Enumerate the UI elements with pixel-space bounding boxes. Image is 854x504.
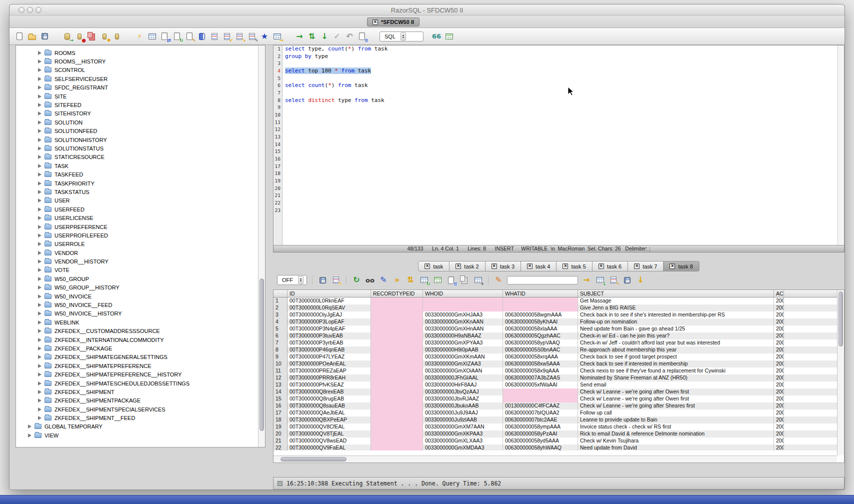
code-line[interactable] bbox=[283, 207, 838, 214]
code-line[interactable] bbox=[283, 156, 838, 163]
table-cell[interactable]: Check nexis to see if they've found a re… bbox=[578, 368, 774, 374]
tree-item[interactable]: ZKFEDEX__INTERNATIONALCOMMODITY bbox=[16, 336, 258, 344]
tree-item[interactable]: SOLUTION bbox=[16, 118, 258, 126]
table-cell[interactable]: 00T3000000P47LYEAZ bbox=[288, 354, 371, 360]
table-cell[interactable]: Check-in w/ Ed - can he join this year? bbox=[578, 332, 774, 340]
results-layout-icon[interactable] bbox=[444, 32, 454, 42]
table-cell[interactable]: 00T3000000P46qnEAB bbox=[288, 346, 371, 354]
tree-item[interactable]: GLOBAL TEMPORARY bbox=[16, 422, 258, 431]
layout-panels-icon[interactable] bbox=[432, 275, 442, 285]
table-cell[interactable]: 200 bbox=[774, 304, 784, 312]
expand-arrow-icon[interactable] bbox=[38, 182, 42, 186]
tree-item[interactable]: ZKFEDEX__SHIPMATEGENERALSETTINGS bbox=[16, 353, 258, 362]
column-list-icon[interactable] bbox=[210, 32, 220, 42]
execute-forward-icon[interactable]: → bbox=[294, 32, 304, 42]
table-cell[interactable]: 00T3000000POeAnEAL bbox=[288, 360, 371, 368]
sql-code-area[interactable]: select type, count(*) from taskgroup by … bbox=[283, 46, 838, 245]
expand-arrow-icon[interactable] bbox=[38, 355, 42, 359]
table-cell[interactable]: 00T3000000QV8TjEAL bbox=[288, 430, 371, 438]
tree-item[interactable]: W50_GROUP bbox=[16, 274, 258, 283]
code-line[interactable]: select count(*) from task bbox=[283, 82, 838, 90]
expand-arrow-icon[interactable] bbox=[38, 303, 42, 307]
table-cell[interactable]: 0033000000GmXHJAA3 bbox=[423, 312, 503, 318]
expand-arrow-icon[interactable] bbox=[38, 60, 42, 64]
table-cell[interactable]: 200 bbox=[774, 382, 784, 388]
table-cell[interactable]: 200 bbox=[774, 410, 784, 416]
code-line[interactable] bbox=[283, 134, 838, 141]
expand-arrow-icon[interactable] bbox=[38, 129, 42, 133]
auto-refresh-select[interactable]: OFF▲▼ bbox=[277, 275, 307, 285]
table-cell[interactable] bbox=[371, 318, 423, 326]
clipboard-doc-icon[interactable]: ≡ bbox=[357, 32, 367, 42]
table-cell[interactable]: 0033000000GmXMDAA3 bbox=[423, 444, 503, 450]
table-cell[interactable]: Invoice status check - check w/ RS first bbox=[578, 424, 774, 430]
expand-arrow-icon[interactable] bbox=[38, 216, 42, 220]
execute-sql-icon[interactable]: ⚡ bbox=[134, 32, 144, 42]
table-cell[interactable] bbox=[371, 354, 423, 360]
result-tab-task-3[interactable]: task 3 bbox=[486, 261, 521, 272]
expand-arrow-icon[interactable] bbox=[38, 312, 42, 316]
execute-all-icon[interactable]: ⇅ bbox=[307, 32, 317, 42]
edit-table-data-icon[interactable]: ✎ bbox=[247, 32, 257, 42]
column-header-ac[interactable]: AC bbox=[774, 290, 784, 297]
editor-scrollbar[interactable] bbox=[838, 46, 844, 245]
table-cell[interactable]: 200 bbox=[774, 360, 784, 368]
expand-arrow-icon[interactable] bbox=[38, 51, 42, 55]
tree-item[interactable]: SITEHISTORY bbox=[16, 110, 258, 118]
table-vscroll-thumb[interactable] bbox=[838, 292, 843, 346]
table-cell[interactable]: 00630000007A3bZAAS bbox=[503, 374, 578, 382]
tree-item[interactable]: ZKFEDEX__PACKAGE bbox=[16, 344, 258, 352]
tree-item[interactable]: ZKFEDEX__SHIPMENTSPECIALSERVICES bbox=[16, 405, 258, 414]
expand-arrow-icon[interactable] bbox=[38, 198, 42, 202]
table-cell[interactable]: 00T3000000QV8wsEAD bbox=[288, 438, 371, 444]
table-cell[interactable] bbox=[371, 438, 423, 444]
table-cell[interactable]: 200 bbox=[774, 368, 784, 374]
favorites-star-icon[interactable]: ★ bbox=[260, 32, 270, 42]
table-cell[interactable]: Rick to email David & reference Delmonte… bbox=[578, 430, 774, 438]
table-cell[interactable]: 0033000000GmXHnAAN bbox=[423, 326, 503, 332]
expand-arrow-icon[interactable] bbox=[38, 164, 42, 168]
table-cell[interactable]: 0033000000GmXKmAAN bbox=[423, 354, 503, 360]
code-line[interactable] bbox=[283, 126, 838, 134]
expand-arrow-icon[interactable] bbox=[38, 68, 42, 72]
table-cell[interactable]: 00630000005S0bnAAC bbox=[503, 346, 578, 354]
sql-editor[interactable]: 1234567891011121314151617181920212223 se… bbox=[273, 45, 844, 246]
result-tab-task-2[interactable]: task 2 bbox=[450, 261, 485, 272]
code-line[interactable] bbox=[283, 170, 838, 178]
expand-arrow-icon[interactable] bbox=[38, 77, 42, 81]
table-cell[interactable]: 006300000058xw5AAA bbox=[503, 360, 578, 368]
tree-item[interactable]: STATICRESOURCE bbox=[16, 153, 258, 162]
highlighter-icon[interactable]: ✎ bbox=[494, 275, 504, 285]
table-cell[interactable] bbox=[371, 368, 423, 374]
tree-item[interactable]: ZKFEDEX__CUSTOMADDRESSSOURCE bbox=[16, 327, 258, 336]
result-tab-task-8[interactable]: task 8 bbox=[664, 261, 699, 272]
insert-record-icon[interactable]: » bbox=[392, 275, 402, 285]
table-cell[interactable] bbox=[371, 416, 423, 424]
table-cell[interactable]: 00T3000000Q8rugEAB bbox=[288, 396, 371, 402]
table-cell[interactable]: 200 bbox=[774, 298, 784, 304]
table-cell[interactable]: 00T3000000PfvKSEAZ bbox=[288, 382, 371, 388]
table-cell[interactable]: 200 bbox=[774, 444, 784, 450]
table-cell[interactable]: 200 bbox=[774, 354, 784, 360]
tree-item[interactable]: SELFSERVICEUSER bbox=[16, 74, 258, 83]
expand-arrow-icon[interactable] bbox=[38, 294, 42, 298]
disconnect-database-icon[interactable]: ● bbox=[74, 32, 84, 42]
table-cell[interactable]: 006300000058yd5AAA bbox=[503, 438, 578, 444]
table-cell[interactable]: 200 bbox=[774, 424, 784, 430]
database-icon[interactable] bbox=[112, 32, 122, 42]
expand-arrow-icon[interactable] bbox=[38, 286, 42, 290]
table-cell[interactable]: 0033000000GmXOiAAN bbox=[423, 368, 503, 374]
table-cell[interactable]: 200 bbox=[774, 430, 784, 438]
table-cell[interactable] bbox=[371, 312, 423, 318]
tree-item[interactable]: SFDC_REGISTRANT bbox=[16, 84, 258, 92]
expand-arrow-icon[interactable] bbox=[38, 260, 42, 264]
table-cell[interactable]: 00T3000000QV8CfEAL bbox=[288, 424, 371, 430]
tree-item[interactable]: W50_INVOICE bbox=[16, 292, 258, 300]
tree-item[interactable]: VOTE bbox=[16, 266, 258, 274]
table-cell[interactable]: 0033000000GmXM7AAN bbox=[423, 424, 503, 430]
table-horizontal-scrollbar[interactable] bbox=[274, 456, 837, 462]
connect-database-icon[interactable]: → bbox=[62, 32, 72, 42]
expand-arrow-icon[interactable] bbox=[38, 112, 42, 116]
tree-item[interactable]: ROOMS__HISTORY bbox=[16, 57, 258, 66]
table-cell[interactable]: 006300000058xlaAAA bbox=[503, 326, 578, 332]
